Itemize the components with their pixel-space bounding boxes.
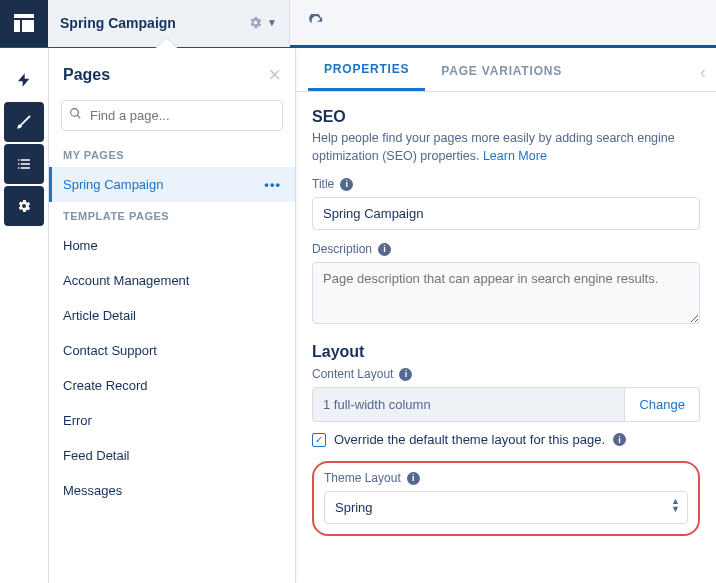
tab-page-variations[interactable]: PAGE VARIATIONS bbox=[425, 50, 578, 90]
list-icon bbox=[16, 156, 32, 172]
page-item-home[interactable]: Home bbox=[49, 228, 295, 263]
svg-rect-1 bbox=[14, 20, 20, 32]
nav-settings[interactable] bbox=[4, 186, 44, 226]
nav-list[interactable] bbox=[4, 144, 44, 184]
template-pages-label: TEMPLATE PAGES bbox=[49, 202, 295, 228]
seo-heading: SEO bbox=[312, 108, 700, 126]
theme-layout-highlight: Theme Layout i ▲▼ bbox=[312, 461, 700, 536]
info-icon[interactable]: i bbox=[378, 243, 391, 256]
page-title: Spring Campaign bbox=[60, 15, 248, 31]
close-icon[interactable]: × bbox=[268, 62, 281, 88]
override-checkbox[interactable]: ✓ bbox=[312, 433, 326, 447]
svg-rect-0 bbox=[14, 14, 34, 18]
theme-layout-select[interactable] bbox=[324, 491, 688, 524]
nav-rail bbox=[0, 48, 48, 583]
refresh-icon bbox=[308, 14, 325, 31]
nav-brush[interactable] bbox=[4, 102, 44, 142]
lightning-icon bbox=[16, 72, 32, 88]
info-icon[interactable]: i bbox=[407, 472, 420, 485]
title-input[interactable] bbox=[312, 197, 700, 230]
content-layout-value: 1 full-width column bbox=[312, 387, 625, 422]
svg-rect-2 bbox=[22, 20, 34, 32]
chevron-down-icon: ▼ bbox=[267, 17, 277, 28]
properties-panel: PROPERTIES PAGE VARIATIONS ‹ SEO Help pe… bbox=[296, 48, 716, 583]
tab-properties[interactable]: PROPERTIES bbox=[308, 48, 425, 91]
content-layout-label: Content Layout i bbox=[312, 367, 700, 381]
info-icon[interactable]: i bbox=[613, 433, 626, 446]
learn-more-link[interactable]: Learn More bbox=[483, 149, 547, 163]
info-icon[interactable]: i bbox=[399, 368, 412, 381]
search-icon bbox=[69, 107, 82, 120]
page-item-error[interactable]: Error bbox=[49, 403, 295, 438]
page-item-article-detail[interactable]: Article Detail bbox=[49, 298, 295, 333]
nav-lightning[interactable] bbox=[4, 60, 44, 100]
more-icon[interactable]: ••• bbox=[264, 177, 281, 192]
page-item-contact-support[interactable]: Contact Support bbox=[49, 333, 295, 368]
info-icon[interactable]: i bbox=[340, 178, 353, 191]
brush-icon bbox=[16, 114, 32, 130]
page-item-account-management[interactable]: Account Management bbox=[49, 263, 295, 298]
search-input[interactable] bbox=[61, 100, 283, 131]
refresh-button[interactable] bbox=[290, 14, 343, 31]
page-item-feed-detail[interactable]: Feed Detail bbox=[49, 438, 295, 473]
title-label: Title i bbox=[312, 177, 700, 191]
gear-icon bbox=[248, 15, 263, 30]
description-label: Description i bbox=[312, 242, 700, 256]
pages-sidebar: Pages × MY PAGES Spring Campaign ••• TEM… bbox=[48, 48, 296, 583]
app-icon[interactable] bbox=[0, 0, 48, 47]
stepper-arrows-icon: ▲▼ bbox=[671, 497, 680, 513]
override-label: Override the default theme layout for th… bbox=[334, 432, 605, 447]
page-item-messages[interactable]: Messages bbox=[49, 473, 295, 508]
gear-icon bbox=[16, 198, 32, 214]
layout-heading: Layout bbox=[312, 343, 700, 361]
seo-help-text: Help people find your pages more easily … bbox=[312, 130, 700, 165]
chevron-left-icon[interactable]: ‹ bbox=[700, 62, 706, 83]
page-item-create-record[interactable]: Create Record bbox=[49, 368, 295, 403]
theme-layout-label: Theme Layout i bbox=[324, 471, 688, 485]
my-pages-label: MY PAGES bbox=[49, 141, 295, 167]
page-item-spring-campaign[interactable]: Spring Campaign ••• bbox=[49, 167, 295, 202]
sidebar-heading: Pages bbox=[63, 66, 268, 84]
change-button[interactable]: Change bbox=[625, 387, 700, 422]
page-item-label: Spring Campaign bbox=[63, 177, 163, 192]
description-textarea[interactable] bbox=[312, 262, 700, 324]
